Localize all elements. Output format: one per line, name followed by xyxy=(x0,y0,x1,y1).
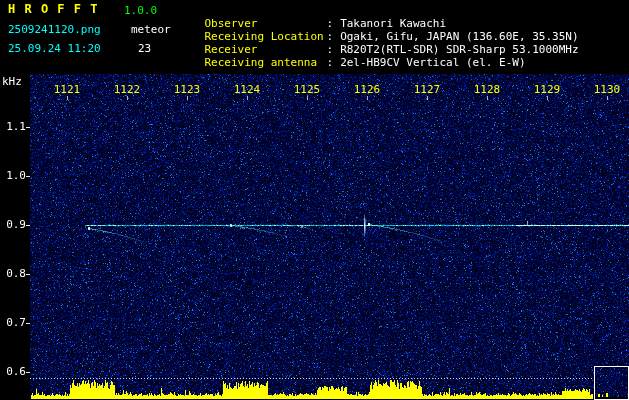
info-value: Takanori Kawachi xyxy=(340,17,446,30)
app-version: 1.0.0 xyxy=(124,5,157,16)
info-label: Receiving antenna xyxy=(205,56,327,69)
info-value: R820T2(RTL-SDR) SDR-Sharp 53.1000MHz xyxy=(340,43,578,56)
x-tick-label-1129: 1129 xyxy=(532,84,562,95)
info-label: Receiving Location xyxy=(205,30,327,43)
x-tick-label-1122: 1122 xyxy=(112,84,142,95)
x-tick-label-1130: 1130 xyxy=(592,84,622,95)
station-info: Observer:Takanori Kawachi Receiving Loca… xyxy=(178,4,579,56)
info-separator: : xyxy=(327,30,334,43)
app-title: H R O F F T xyxy=(8,4,98,15)
mode-label: meteor xyxy=(131,24,171,35)
y-axis-unit: kHz xyxy=(2,76,22,87)
info-value: Ogaki, Gifu, JAPAN (136.60E, 35.35N) xyxy=(340,30,578,43)
echo-count: 23 xyxy=(138,43,151,54)
info-label: Observer xyxy=(205,17,327,30)
y-tick-label-1.1: 1.1 xyxy=(0,121,26,132)
x-tick-label-1123: 1123 xyxy=(172,84,202,95)
info-row-observer: Observer:Takanori Kawachi xyxy=(178,4,579,17)
output-filename: 2509241120.png xyxy=(8,24,101,35)
x-tick-label-1124: 1124 xyxy=(232,84,262,95)
hrofft-output-image: { "header": { "app_title": "H R O F F T"… xyxy=(0,0,629,400)
y-tick-label-0.7: 0.7 xyxy=(0,317,26,328)
x-tick-label-1125: 1125 xyxy=(292,84,322,95)
info-separator: : xyxy=(327,17,334,30)
info-separator: : xyxy=(327,43,334,56)
x-tick-label-1127: 1127 xyxy=(412,84,442,95)
y-tick-label-0.8: 0.8 xyxy=(0,268,26,279)
x-tick-label-1128: 1128 xyxy=(472,84,502,95)
info-value: 2el-HB9CV Vertical (el. E-W) xyxy=(340,56,525,69)
y-tick-label-0.9: 0.9 xyxy=(0,219,26,230)
timestamp: 25.09.24 11:20 xyxy=(8,43,101,54)
x-tick-label-1126: 1126 xyxy=(352,84,382,95)
x-tick-label-1121: 1121 xyxy=(52,84,82,95)
y-tick-label-0.6: 0.6 xyxy=(0,366,26,377)
y-tick-label-1.0: 1.0 xyxy=(0,170,26,181)
info-label: Receiver xyxy=(205,43,327,56)
info-separator: : xyxy=(327,56,334,69)
